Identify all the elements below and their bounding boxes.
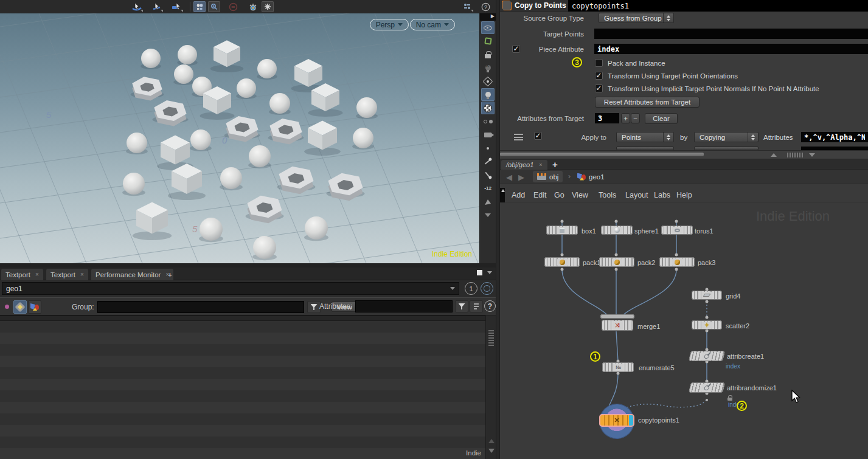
node-pack3[interactable]: [659, 257, 695, 267]
lock-camera-icon[interactable]: [481, 48, 495, 61]
objects-mode-icon[interactable]: [193, 1, 206, 12]
attributes-filter-icon[interactable]: [455, 300, 468, 312]
perspective-menu[interactable]: Persp: [370, 19, 409, 30]
render-view-icon[interactable]: [247, 1, 259, 12]
node-grid4[interactable]: [692, 291, 722, 300]
menu-labs[interactable]: Labs: [654, 191, 670, 199]
apply-to-dropdown[interactable]: Points: [616, 132, 674, 142]
spreadsheet-table[interactable]: [0, 316, 485, 459]
tab-performance-monitor[interactable]: Performance Monitor×: [91, 269, 173, 280]
paint-flag-icon[interactable]: [481, 195, 495, 208]
select-tool-icon[interactable]: [151, 1, 163, 12]
pin-target-icon[interactable]: [481, 282, 493, 295]
close-icon[interactable]: ×: [539, 162, 542, 168]
horizontal-scrollbar[interactable]: [500, 150, 868, 159]
headlight-icon[interactable]: [481, 75, 495, 88]
apply-attributes-input[interactable]: [801, 132, 868, 142]
transform-implicit-checkbox[interactable]: ✓: [595, 85, 603, 92]
snapshot-icon[interactable]: [227, 1, 239, 12]
pane-divider[interactable]: [496, 0, 500, 459]
lighting-off-icon[interactable]: [481, 61, 495, 74]
scroll-down-icon[interactable]: [488, 449, 495, 453]
menu-view[interactable]: View: [572, 191, 588, 199]
stereo-glasses-icon[interactable]: [481, 115, 495, 128]
menu-edit[interactable]: Edit: [533, 191, 547, 199]
remove-instance-button[interactable]: −: [631, 113, 640, 123]
node-scatter2[interactable]: [692, 320, 722, 330]
pane-corner-controls[interactable]: [477, 270, 492, 275]
handles-tool-icon[interactable]: [171, 1, 183, 12]
zoom-region-icon[interactable]: [208, 1, 220, 12]
target-points-input[interactable]: [594, 29, 868, 39]
new-tab-button[interactable]: +: [552, 159, 558, 170]
menu-help[interactable]: Help: [676, 191, 692, 199]
display-options-icon[interactable]: [461, 1, 473, 12]
group-input[interactable]: [97, 301, 304, 313]
node-torus1[interactable]: [661, 226, 693, 235]
settings-burst-icon[interactable]: [262, 1, 274, 12]
attributes-input[interactable]: [355, 300, 453, 312]
scroll-down-icon[interactable]: [481, 209, 495, 221]
attributes-from-target-count[interactable]: [595, 113, 619, 123]
menu-go[interactable]: Go: [554, 191, 564, 199]
transform-orientations-checkbox[interactable]: ✓: [595, 72, 603, 80]
node-pack1[interactable]: [544, 257, 580, 267]
network-canvas[interactable]: Indie Edition: [500, 202, 868, 459]
help-icon[interactable]: ?: [484, 300, 496, 312]
maximize-pane-icon[interactable]: [477, 270, 482, 275]
clear-button[interactable]: Clear: [645, 113, 678, 124]
shaded-material-icon[interactable]: [481, 102, 495, 114]
close-icon[interactable]: ×: [80, 271, 84, 278]
camera-view-icon[interactable]: [481, 128, 495, 141]
view-tool-icon[interactable]: [131, 1, 143, 12]
forward-arrow-icon[interactable]: ▶: [518, 173, 524, 182]
node-name-field[interactable]: [568, 0, 868, 12]
node-pack2[interactable]: [599, 257, 634, 267]
menu-layout[interactable]: Layout: [625, 191, 648, 199]
close-icon[interactable]: ×: [35, 271, 39, 278]
scene-viewport[interactable]: 055 Persp No cam Indie Edition: [0, 13, 479, 263]
node-path-dropdown[interactable]: geo1: [2, 282, 459, 295]
menu-tools[interactable]: Tools: [599, 191, 616, 199]
column-options-icon[interactable]: [470, 300, 483, 312]
camera-menu[interactable]: No cam: [410, 19, 455, 30]
tab-textport-2[interactable]: Textport×: [46, 269, 88, 280]
spreadsheet-scrollbar[interactable]: [485, 316, 496, 459]
tab-textport-1[interactable]: Textport×: [1, 269, 43, 280]
point-numbers-icon[interactable]: •12: [481, 182, 495, 195]
ghost-objects-icon[interactable]: [481, 35, 495, 47]
menu-add[interactable]: Add: [512, 191, 525, 199]
breadcrumb-geo1[interactable]: geo1: [573, 171, 609, 182]
reorder-handle-icon[interactable]: [514, 134, 523, 140]
pack-and-instance-checkbox[interactable]: [595, 59, 603, 67]
node-box1[interactable]: [546, 226, 578, 235]
geometry-mode-button[interactable]: [28, 300, 41, 314]
breadcrumb-obj[interactable]: obj: [533, 171, 563, 182]
node-merge1[interactable]: ⤨: [602, 320, 633, 331]
piece-attribute-input[interactable]: [594, 44, 868, 54]
splitter-up-icon[interactable]: [771, 153, 777, 157]
help-icon[interactable]: ?: [479, 1, 491, 12]
pane-menu-icon[interactable]: [487, 271, 492, 274]
scrollbar-grip[interactable]: [488, 330, 494, 347]
select-brush-icon[interactable]: [481, 155, 495, 168]
bypass-flag[interactable]: [629, 415, 633, 426]
back-arrow-icon[interactable]: ◀: [506, 173, 512, 182]
method-dropdown[interactable]: Copying: [694, 132, 759, 142]
points-mode-button[interactable]: [13, 300, 27, 314]
link-badge[interactable]: 1: [465, 282, 477, 295]
node-copytopoints1[interactable]: ✕: [599, 414, 634, 427]
node-attribcreate1[interactable]: [689, 351, 725, 361]
normal-lighting-icon[interactable]: [481, 88, 495, 101]
pin-marker-icon[interactable]: [481, 168, 495, 181]
network-tab[interactable]: /obj/geo1 ×: [501, 160, 547, 170]
scroll-up-icon[interactable]: [488, 439, 495, 443]
menu-notch[interactable]: [500, 188, 505, 202]
node-attribrandomize1[interactable]: [689, 382, 725, 393]
splitter-grip[interactable]: [787, 153, 803, 157]
source-group-type-dropdown[interactable]: Guess from Group: [599, 13, 674, 23]
node-enumerate5[interactable]: №: [602, 362, 634, 372]
node-sphere1[interactable]: [601, 226, 633, 235]
splitter-down-icon[interactable]: [809, 153, 815, 157]
visibility-eye-icon[interactable]: [481, 21, 495, 34]
